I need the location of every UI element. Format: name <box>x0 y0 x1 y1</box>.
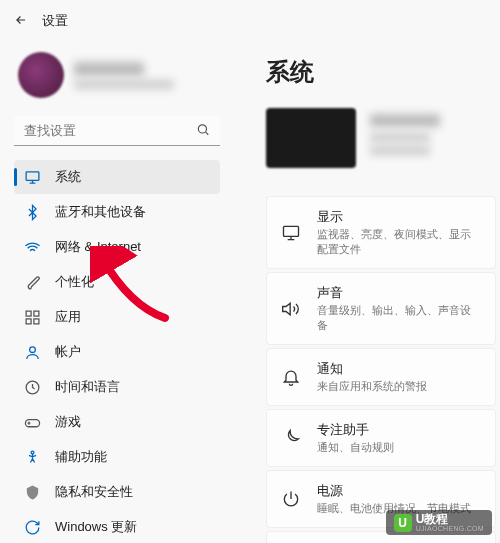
brush-icon <box>24 274 41 291</box>
watermark-brand: U教程 <box>416 513 484 525</box>
card-subtitle: 来自应用和系统的警报 <box>317 379 427 394</box>
svg-rect-3 <box>34 311 39 316</box>
page-title: 系统 <box>266 56 500 88</box>
setting-card-bell[interactable]: 通知来自应用和系统的警报 <box>266 348 496 406</box>
sidebar-item-person[interactable]: 帐户 <box>14 335 220 369</box>
card-subtitle: 监视器、亮度、夜间模式、显示配置文件 <box>317 227 481 257</box>
svg-rect-8 <box>25 419 39 426</box>
power-icon <box>281 489 301 509</box>
device-info-block[interactable] <box>266 108 500 168</box>
sidebar-item-update[interactable]: Windows 更新 <box>14 510 220 543</box>
sidebar-item-wifi[interactable]: 网络 & Internet <box>14 230 220 264</box>
update-icon <box>24 519 41 536</box>
card-title: 电源 <box>317 482 471 500</box>
moon-icon <box>281 428 301 448</box>
sidebar-item-label: Windows 更新 <box>55 518 137 536</box>
svg-rect-4 <box>26 318 31 323</box>
sidebar-item-label: 隐私和安全性 <box>55 483 133 501</box>
sidebar-item-system[interactable]: 系统 <box>14 160 220 194</box>
bluetooth-icon <box>24 204 41 221</box>
avatar <box>18 52 64 98</box>
setting-card-moon[interactable]: 专注助手通知、自动规则 <box>266 409 496 467</box>
watermark-url: UJIAOCHENG.COM <box>416 525 484 532</box>
sound-icon <box>281 299 301 319</box>
card-title: 专注助手 <box>317 421 394 439</box>
sidebar-item-brush[interactable]: 个性化 <box>14 265 220 299</box>
device-sub-blurred <box>370 146 430 155</box>
svg-rect-2 <box>26 311 31 316</box>
card-subtitle: 音量级别、输出、输入、声音设备 <box>317 303 481 333</box>
sidebar-item-label: 帐户 <box>55 343 81 361</box>
access-icon <box>24 449 41 466</box>
sidebar-item-shield[interactable]: 隐私和安全性 <box>14 475 220 509</box>
shield-icon <box>24 484 41 501</box>
device-thumbnail <box>266 108 356 168</box>
sidebar-item-label: 系统 <box>55 168 81 186</box>
header-title: 设置 <box>42 12 68 30</box>
svg-rect-5 <box>34 318 39 323</box>
person-icon <box>24 344 41 361</box>
sidebar-item-label: 个性化 <box>55 273 94 291</box>
sidebar-item-label: 应用 <box>55 308 81 326</box>
card-title: 显示 <box>317 208 481 226</box>
device-name-blurred <box>370 114 440 127</box>
display-icon <box>281 223 301 243</box>
user-name-blurred <box>74 62 144 76</box>
sidebar-item-time[interactable]: 时间和语言 <box>14 370 220 404</box>
sidebar-item-apps[interactable]: 应用 <box>14 300 220 334</box>
sidebar-item-bluetooth[interactable]: 蓝牙和其他设备 <box>14 195 220 229</box>
svg-point-6 <box>30 346 36 352</box>
search-icon <box>196 123 210 140</box>
watermark: U U教程 UJIAOCHENG.COM <box>386 510 492 535</box>
device-sub-blurred <box>370 133 430 142</box>
sidebar-item-access[interactable]: 辅助功能 <box>14 440 220 474</box>
apps-icon <box>24 309 41 326</box>
svg-rect-1 <box>26 171 39 180</box>
card-subtitle: 通知、自动规则 <box>317 440 394 455</box>
svg-point-0 <box>198 125 206 133</box>
game-icon <box>24 414 41 431</box>
sidebar-item-label: 网络 & Internet <box>55 238 141 256</box>
bell-icon <box>281 367 301 387</box>
card-title: 声音 <box>317 284 481 302</box>
sidebar-item-game[interactable]: 游戏 <box>14 405 220 439</box>
sidebar-item-label: 辅助功能 <box>55 448 107 466</box>
wifi-icon <box>24 239 41 256</box>
sidebar-item-label: 游戏 <box>55 413 81 431</box>
sidebar-item-label: 蓝牙和其他设备 <box>55 203 146 221</box>
sidebar-item-label: 时间和语言 <box>55 378 120 396</box>
search-input[interactable] <box>14 116 220 146</box>
svg-point-9 <box>31 451 34 454</box>
user-sub-blurred <box>74 80 174 89</box>
system-icon <box>24 169 41 186</box>
watermark-logo-icon: U <box>394 514 412 532</box>
setting-card-sound[interactable]: 声音音量级别、输出、输入、声音设备 <box>266 272 496 345</box>
back-button[interactable] <box>14 13 28 30</box>
svg-rect-10 <box>284 226 299 236</box>
time-icon <box>24 379 41 396</box>
setting-card-display[interactable]: 显示监视器、亮度、夜间模式、显示配置文件 <box>266 196 496 269</box>
card-title: 通知 <box>317 360 427 378</box>
user-profile[interactable] <box>14 42 220 110</box>
